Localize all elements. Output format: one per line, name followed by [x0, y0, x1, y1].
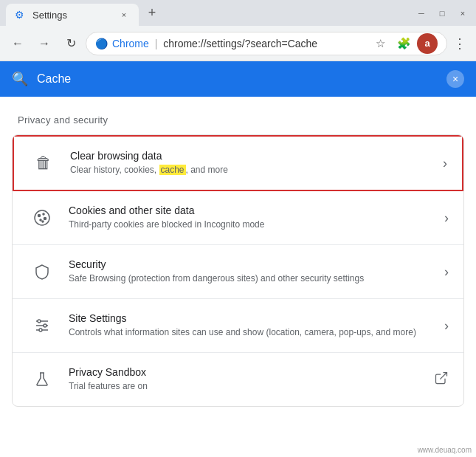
site-settings-subtitle: Controls what information sites can use … [69, 326, 438, 339]
clear-browsing-data-arrow: › [443, 156, 447, 171]
search-icon: 🔍 [12, 71, 28, 87]
maximize-button[interactable]: □ [435, 6, 449, 21]
settings-search-bar: 🔍 × [0, 61, 476, 97]
cookies-item[interactable]: Cookies and other site data Third-party … [13, 191, 463, 245]
settings-content: Privacy and security 🗑 Clear browsing da… [0, 97, 476, 457]
security-content: Security Safe Browsing (protection from … [69, 258, 438, 285]
privacy-sandbox-content: Privacy Sandbox Trial features are on [69, 366, 428, 393]
site-settings-content: Site Settings Controls what information … [69, 312, 438, 339]
svg-point-0 [35, 210, 49, 225]
security-subtitle: Safe Browsing (protection from dangerous… [69, 272, 438, 285]
site-settings-arrow: › [444, 318, 449, 334]
cache-highlight: cache [159, 165, 186, 175]
search-input[interactable] [37, 72, 438, 86]
new-tab-button[interactable]: + [142, 2, 162, 23]
browser-toolbar: ← → ↻ 🔵 Chrome | chrome://settings/?sear… [0, 26, 476, 61]
security-title: Security [69, 258, 438, 270]
browser-window: ⚙ Settings × + ─ □ × ← → ↻ 🔵 Chrome | ch… [0, 0, 476, 457]
title-bar: ⚙ Settings × + ─ □ × [0, 0, 476, 26]
site-settings-title: Site Settings [69, 312, 438, 324]
browser-menu-button[interactable]: ⋮ [450, 32, 470, 55]
privacy-sandbox-subtitle: Trial features are on [69, 380, 428, 393]
address-url: chrome://settings/?search=Cache [163, 38, 317, 49]
profile-avatar[interactable]: a [417, 33, 438, 54]
sliders-icon [27, 311, 57, 340]
tab-bar: ⚙ Settings × + [6, 0, 405, 26]
svg-point-4 [40, 219, 41, 221]
svg-point-11 [39, 329, 42, 331]
cookies-icon [27, 203, 57, 233]
svg-line-12 [440, 372, 446, 379]
cookies-subtitle: Third-party cookies are blocked in Incog… [69, 219, 438, 231]
extensions-button[interactable]: 🧩 [393, 33, 414, 54]
svg-point-10 [44, 324, 46, 327]
address-actions: ☆ 🧩 a [370, 33, 438, 54]
trash-icon: 🗑 [29, 148, 58, 178]
close-button[interactable]: × [455, 6, 470, 21]
privacy-security-card: 🗑 Clear browsing data Clear history, coo… [12, 134, 464, 407]
watermark: www.deuaq.com [418, 446, 472, 454]
back-button[interactable]: ← [6, 32, 30, 55]
tab-close-button[interactable]: × [118, 9, 130, 21]
security-item[interactable]: Security Safe Browsing (protection from … [13, 245, 463, 299]
security-arrow: › [444, 264, 449, 280]
svg-point-2 [43, 213, 44, 215]
tab-title: Settings [32, 10, 112, 21]
svg-point-9 [38, 320, 41, 323]
svg-point-5 [42, 221, 44, 222]
subtitle-after: , and more [186, 165, 228, 175]
address-separator: | [155, 38, 158, 49]
flask-icon [27, 365, 57, 394]
clear-browsing-data-content: Clear browsing data Clear history, cooki… [70, 150, 437, 176]
subtitle-before: Clear history, cookies, [70, 165, 159, 175]
address-chrome-label: Chrome [112, 38, 149, 49]
address-bar[interactable]: 🔵 Chrome | chrome://settings/?search=Cac… [86, 32, 447, 55]
privacy-sandbox-title: Privacy Sandbox [69, 366, 428, 378]
clear-browsing-data-title: Clear browsing data [70, 150, 437, 162]
svg-point-1 [38, 215, 41, 217]
refresh-button[interactable]: ↻ [59, 32, 83, 55]
cookies-content: Cookies and other site data Third-party … [69, 205, 438, 231]
bookmark-button[interactable]: ☆ [370, 33, 390, 54]
clear-browsing-data-item[interactable]: 🗑 Clear browsing data Clear history, coo… [13, 135, 463, 191]
section-title: Privacy and security [0, 114, 476, 134]
privacy-sandbox-item[interactable]: Privacy Sandbox Trial features are on [13, 353, 463, 406]
window-controls: ─ □ × [414, 6, 470, 21]
search-clear-button[interactable]: × [446, 70, 464, 88]
cookies-title: Cookies and other site data [69, 205, 438, 216]
privacy-sandbox-external-icon [434, 371, 449, 389]
tab-favicon: ⚙ [15, 9, 27, 21]
address-text: Chrome | chrome://settings/?search=Cache [112, 38, 365, 49]
clear-browsing-data-subtitle: Clear history, cookies, cache, and more [70, 164, 437, 176]
svg-point-3 [44, 218, 46, 220]
security-icon: 🔵 [95, 38, 108, 49]
settings-tab[interactable]: ⚙ Settings × [6, 4, 139, 26]
minimize-button[interactable]: ─ [414, 6, 429, 21]
site-settings-item[interactable]: Site Settings Controls what information … [13, 299, 463, 353]
shield-icon [27, 257, 57, 286]
cookies-arrow: › [444, 210, 449, 226]
forward-button[interactable]: → [32, 32, 56, 55]
